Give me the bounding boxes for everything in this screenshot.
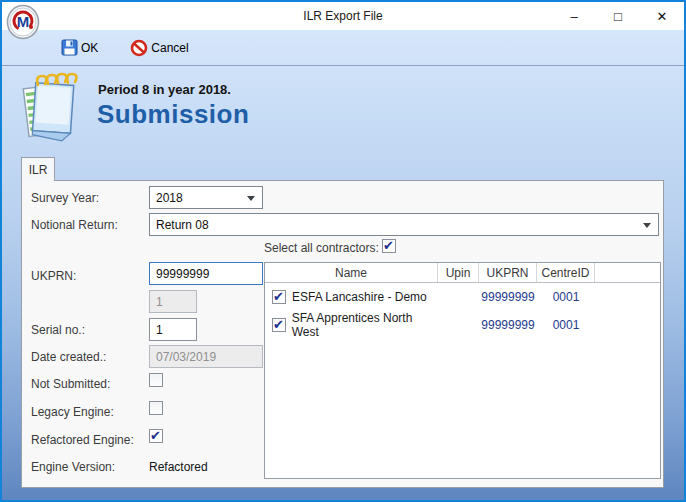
survey-year-label: Survey Year: <box>31 191 99 205</box>
notional-return-label: Notional Return: <box>31 218 118 232</box>
ok-button-label: OK <box>81 41 98 55</box>
title-bar: ILR Export File – □ ✕ <box>2 2 684 30</box>
ilr-export-dialog: ILR Export File – □ ✕ M <box>0 0 686 502</box>
refactored-engine-checkbox[interactable] <box>149 429 163 443</box>
contractor-centreid: 0001 <box>537 290 595 304</box>
window-controls: – □ ✕ <box>552 2 684 30</box>
app-logo-icon: M <box>6 4 40 40</box>
not-submitted-label: Not Submitted: <box>31 377 110 391</box>
survey-year-value: 2018 <box>156 191 183 205</box>
date-created-value: 07/03/2019 <box>156 350 216 364</box>
minimize-button[interactable]: – <box>552 2 596 30</box>
engine-version-label: Engine Version: <box>31 460 115 474</box>
cancel-button[interactable]: Cancel <box>123 35 195 61</box>
chevron-down-icon <box>643 223 651 228</box>
notepad-icon <box>18 70 82 147</box>
svg-text:M: M <box>17 13 30 30</box>
close-button[interactable]: ✕ <box>640 2 684 30</box>
notional-return-value: Return 08 <box>156 218 209 232</box>
column-header-filler <box>595 263 660 282</box>
upin-input: 1 <box>149 290 197 313</box>
contractor-name: ESFA Lancashire - Demo <box>292 290 427 304</box>
cancel-icon <box>130 39 148 57</box>
column-header-name[interactable]: Name <box>265 263 438 282</box>
row-checkbox[interactable] <box>272 318 286 332</box>
tab-ilr[interactable]: ILR <box>21 157 55 181</box>
toolbar: OK Cancel <box>2 30 684 65</box>
period-text: Period 8 in year 2018. <box>98 82 231 97</box>
contractor-name: SFA Apprentices North West <box>292 311 438 339</box>
column-header-upin[interactable]: Upin <box>438 263 479 282</box>
column-header-centreid[interactable]: CentreID <box>537 263 595 282</box>
page-title: Submission <box>97 99 249 130</box>
legacy-engine-checkbox[interactable] <box>149 401 163 415</box>
maximize-button[interactable]: □ <box>596 2 640 30</box>
save-icon <box>61 39 78 56</box>
upin-value: 1 <box>156 295 163 309</box>
table-row[interactable]: SFA Apprentices North West 99999999 0001 <box>265 311 660 339</box>
serial-no-value: 1 <box>156 323 163 337</box>
date-created-input: 07/03/2019 <box>149 345 263 368</box>
contractor-ukprn: 99999999 <box>479 318 537 332</box>
column-header-ukprn[interactable]: UKPRN <box>479 263 537 282</box>
contractors-table: Name Upin UKPRN CentreID ESFA Lancashire… <box>264 262 661 479</box>
notional-return-select[interactable]: Return 08 <box>149 213 659 236</box>
serial-no-input[interactable]: 1 <box>149 318 197 341</box>
row-checkbox[interactable] <box>272 290 286 304</box>
chevron-down-icon <box>247 196 255 201</box>
refactored-engine-label: Refactored Engine: <box>31 433 134 447</box>
serial-no-label: Serial no.: <box>31 323 85 337</box>
contractor-ukprn: 99999999 <box>479 290 537 304</box>
select-all-contractors-label: Select all contractors: <box>264 241 379 255</box>
cancel-button-label: Cancel <box>151 41 188 55</box>
ukprn-value: 99999999 <box>156 267 209 281</box>
ok-button[interactable]: OK <box>54 35 105 60</box>
ilr-panel: Survey Year: 2018 Notional Return: Retur… <box>21 180 664 488</box>
ukprn-input[interactable]: 99999999 <box>149 262 263 285</box>
survey-year-select[interactable]: 2018 <box>149 186 263 209</box>
legacy-engine-label: Legacy Engine: <box>31 405 114 419</box>
select-all-contractors-checkbox[interactable] <box>382 239 396 253</box>
contractor-centreid: 0001 <box>537 318 595 332</box>
engine-version-value: Refactored <box>149 460 208 474</box>
table-row[interactable]: ESFA Lancashire - Demo 99999999 0001 <box>265 283 660 311</box>
date-created-label: Date created.: <box>31 350 106 364</box>
ukprn-label: UKPRN: <box>31 269 76 283</box>
header: Period 8 in year 2018. Submission <box>2 66 684 148</box>
not-submitted-checkbox[interactable] <box>149 373 163 387</box>
contractors-table-header: Name Upin UKPRN CentreID <box>265 263 660 283</box>
